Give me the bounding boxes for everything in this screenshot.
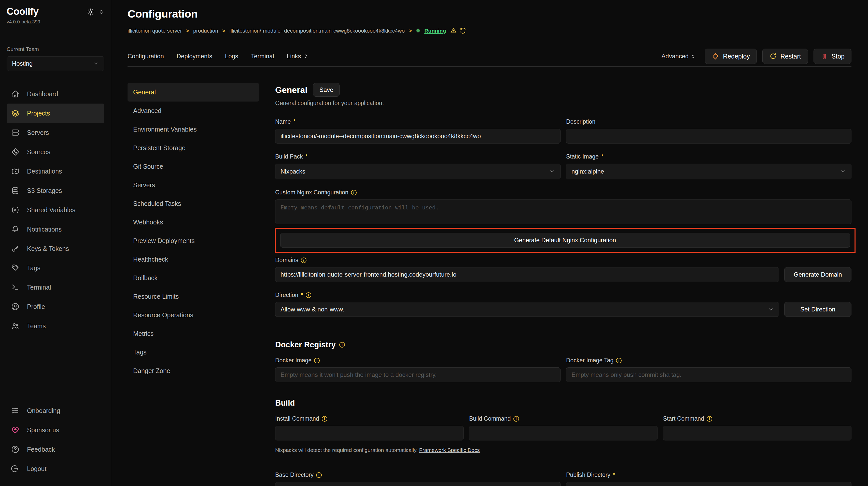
description-input[interactable] [566, 129, 851, 143]
info-icon[interactable]: i [514, 416, 519, 422]
breadcrumb-application[interactable]: illicitestonion/-module--decomposition:m… [229, 28, 405, 34]
tab-deployments[interactable]: Deployments [177, 53, 212, 60]
install-command-input[interactable] [275, 426, 464, 441]
sidebar-item-destinations[interactable]: Destinations [7, 162, 104, 181]
status-running-link[interactable]: Running [424, 28, 446, 34]
warning-triangle-icon[interactable] [450, 27, 457, 34]
save-button[interactable]: Save [313, 83, 340, 97]
advanced-menu[interactable]: Advanced [661, 53, 696, 60]
sidebar-item-label: Keys & Tokens [27, 245, 69, 252]
subnav-item-git-source[interactable]: Git Source [127, 157, 259, 176]
build-command-label: Build Command [469, 415, 511, 422]
docker-image-input[interactable] [275, 367, 560, 382]
subnav-item-rollback[interactable]: Rollback [127, 269, 259, 287]
set-direction-button[interactable]: Set Direction [784, 302, 851, 317]
domains-input[interactable] [275, 267, 779, 282]
theme-toggle-sun-icon[interactable] [87, 8, 94, 16]
sidebar-item-label: Terminal [27, 284, 51, 291]
sidebar-collapse-chevrons-icon[interactable] [98, 9, 104, 15]
base-directory-input[interactable] [275, 482, 560, 486]
info-icon[interactable]: i [316, 472, 322, 478]
build-pack-select[interactable]: Nixpacks [275, 164, 560, 180]
subnav-item-advanced[interactable]: Advanced [127, 101, 259, 120]
info-icon[interactable]: i [306, 292, 311, 298]
direction-select[interactable]: Allow www & non-www. [275, 302, 779, 317]
sidebar-item-logout[interactable]: Logout [7, 459, 104, 478]
docker-image-tag-input[interactable] [566, 367, 851, 382]
chevron-right-icon: > [222, 28, 225, 34]
subnav-item-resource-operations[interactable]: Resource Operations [127, 306, 259, 324]
build-pack-value: Nixpacks [280, 168, 305, 175]
subnav-item-preview-deployments[interactable]: Preview Deployments [127, 232, 259, 250]
subnav-item-environment-variables[interactable]: Environment Variables [127, 120, 259, 139]
redeploy-button[interactable]: Redeploy [705, 48, 757, 64]
required-asterisk: * [301, 292, 303, 298]
sidebar-item-dashboard[interactable]: Dashboard [7, 84, 104, 103]
info-icon[interactable]: i [301, 258, 307, 263]
stop-button[interactable]: Stop [813, 48, 851, 64]
nixpacks-note: Nixpacks will detect the required config… [275, 447, 851, 453]
subnav-item-scheduled-tasks[interactable]: Scheduled Tasks [127, 194, 259, 213]
sidebar-item-tags[interactable]: Tags [7, 258, 104, 278]
info-icon[interactable]: i [707, 416, 712, 422]
start-command-label: Start Command [663, 415, 704, 422]
subnav-item-servers[interactable]: Servers [127, 176, 259, 194]
subnav-item-general[interactable]: General [127, 83, 259, 101]
restart-button[interactable]: Restart [762, 48, 808, 64]
subnav-item-healthcheck[interactable]: Healthcheck [127, 250, 259, 269]
info-icon[interactable]: i [616, 358, 622, 363]
sidebar-item-sources[interactable]: Sources [7, 142, 104, 162]
publish-directory-input[interactable] [566, 482, 851, 486]
tab-configuration[interactable]: Configuration [127, 53, 164, 60]
info-icon[interactable]: i [314, 358, 320, 363]
static-image-select[interactable]: nginx:alpine [566, 164, 851, 180]
name-input[interactable] [275, 129, 560, 143]
framework-docs-link[interactable]: Framework Specific Docs [419, 447, 480, 453]
build-command-input[interactable] [469, 426, 657, 441]
info-icon[interactable]: i [339, 342, 345, 348]
sidebar-item-teams[interactable]: Teams [7, 316, 104, 336]
tab-logs[interactable]: Logs [225, 53, 238, 60]
sidebar-item-terminal[interactable]: Terminal [7, 278, 104, 297]
chevron-right-icon: > [186, 28, 189, 34]
app-version: v4.0.0-beta.399 [7, 19, 104, 25]
breadcrumb-environment[interactable]: production [193, 28, 218, 34]
page-title: Configuration [127, 8, 851, 20]
sidebar-item-label: Logout [27, 465, 46, 473]
custom-nginx-textarea[interactable] [275, 199, 851, 224]
sidebar-item-servers[interactable]: Servers [7, 123, 104, 142]
subnav-item-danger-zone[interactable]: Danger Zone [127, 362, 259, 380]
refresh-icon[interactable] [460, 27, 466, 34]
sidebar-item-projects[interactable]: Projects [7, 103, 104, 123]
sidebar-item-notifications[interactable]: Notifications [7, 220, 104, 239]
team-select[interactable]: Hosting [7, 56, 104, 71]
generate-nginx-config-button[interactable]: Generate Default Nginx Configuration [280, 233, 850, 248]
tab-terminal[interactable]: Terminal [251, 53, 274, 60]
sidebar-item-s3-storages[interactable]: S3 Storages [7, 181, 104, 200]
description-field: Description [566, 118, 851, 143]
required-asterisk: * [306, 153, 308, 160]
info-icon[interactable]: i [351, 190, 356, 195]
subnav-item-tags[interactable]: Tags [127, 343, 259, 362]
section-title-docker-registry: Docker Registry [275, 340, 336, 349]
git-source-icon [11, 148, 19, 156]
subnav-item-metrics[interactable]: Metrics [127, 324, 259, 343]
sidebar-item-keys-tokens[interactable]: Keys & Tokens [7, 239, 104, 258]
base-directory-field: Base Directory i [275, 472, 560, 486]
subnav-item-resource-limits[interactable]: Resource Limits [127, 287, 259, 306]
breadcrumb-project[interactable]: illicitonion quote server [127, 28, 182, 34]
sidebar-item-shared-variables[interactable]: Shared Variables [7, 200, 104, 220]
tab-links[interactable]: Links [287, 53, 308, 60]
sidebar-item-label: Destinations [27, 168, 62, 175]
start-command-input[interactable] [663, 426, 851, 441]
subnav-item-webhooks[interactable]: Webhooks [127, 213, 259, 232]
info-icon[interactable]: i [322, 416, 327, 422]
subnav-item-persistent-storage[interactable]: Persistent Storage [127, 139, 259, 157]
generate-domain-button[interactable]: Generate Domain [784, 267, 851, 282]
sidebar-item-onboarding[interactable]: Onboarding [7, 401, 104, 420]
static-image-value: nginx:alpine [571, 168, 604, 175]
sidebar-item-profile[interactable]: Profile [7, 297, 104, 316]
sidebar-item-sponsor-us[interactable]: Sponsor us [7, 420, 104, 440]
sidebar-item-feedback[interactable]: Feedback [7, 440, 104, 459]
docker-image-label: Docker Image [275, 357, 312, 364]
